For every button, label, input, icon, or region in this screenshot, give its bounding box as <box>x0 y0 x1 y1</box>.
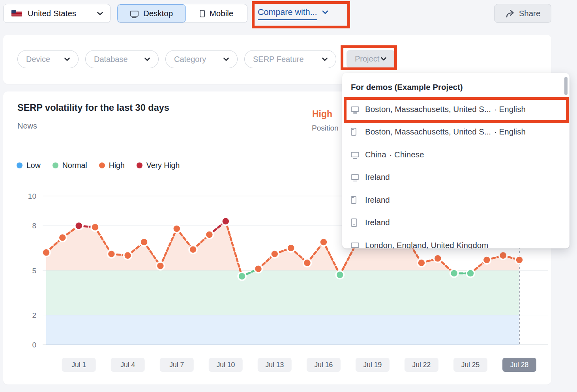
share-button[interactable]: Share <box>494 4 551 23</box>
desktop-icon <box>351 152 365 157</box>
xtick-jul-16[interactable]: Jul 16 <box>307 358 341 372</box>
data-point-jul-6[interactable] <box>156 262 164 270</box>
low-zone-band <box>46 315 519 345</box>
xtick-jul-25[interactable]: Jul 25 <box>453 358 487 372</box>
data-point-jul-26[interactable] <box>483 256 491 264</box>
xtick-jul-22[interactable]: Jul 22 <box>405 358 438 372</box>
chevron-down-icon <box>322 10 328 14</box>
y-tick-label: 2 <box>32 311 36 319</box>
project-group-header: For demos (Example Project) <box>342 73 570 98</box>
data-point-jul-4[interactable] <box>124 252 132 259</box>
data-point-jul-7[interactable] <box>173 225 181 233</box>
xtick-jul-10[interactable]: Jul 10 <box>209 358 243 372</box>
data-point-jul-2[interactable] <box>91 223 99 231</box>
project-option-name: Boston, Massachusetts, United S... <box>365 127 491 136</box>
svg-text:Jul 19: Jul 19 <box>363 361 382 369</box>
project-option-list: Boston, Massachusetts, United S...· Engl… <box>342 98 570 248</box>
xtick-jul-19[interactable]: Jul 19 <box>356 358 390 372</box>
project-option-language: · English <box>494 127 526 136</box>
xtick-jul-7[interactable]: Jul 7 <box>160 358 194 372</box>
svg-text:Jul 1: Jul 1 <box>71 361 86 369</box>
data-point-jul-13[interactable] <box>271 250 279 258</box>
svg-text:Jul 13: Jul 13 <box>265 361 284 369</box>
project-option[interactable]: Boston, Massachusetts, United S...· Engl… <box>342 98 570 121</box>
data-point-jul-3[interactable] <box>107 250 115 258</box>
project-option-name: London, England, United Kingdom <box>365 241 488 248</box>
project-option[interactable]: Boston, Massachusetts, United S...· Engl… <box>342 121 570 144</box>
data-point-jun-29[interactable] <box>42 248 50 256</box>
database-filter[interactable]: Database <box>85 50 159 68</box>
data-point-jul-22[interactable] <box>418 259 425 267</box>
project-option-name: Ireland <box>365 172 390 182</box>
xtick-jul-13[interactable]: Jul 13 <box>258 358 292 372</box>
tablet-icon <box>351 218 365 227</box>
desktop-icon <box>351 243 365 248</box>
svg-text:Jul 7: Jul 7 <box>169 361 184 369</box>
data-point-jul-10[interactable] <box>222 217 230 225</box>
project-option-name: Ireland <box>365 195 390 205</box>
share-label: Share <box>519 9 541 18</box>
chevron-down-icon <box>381 57 386 61</box>
xtick-jul-1[interactable]: Jul 1 <box>62 358 96 372</box>
category-filter[interactable]: Category <box>165 50 238 68</box>
device-filter-label: Device <box>26 55 50 64</box>
chevron-down-icon <box>97 12 103 15</box>
data-point-jul-27[interactable] <box>499 252 507 259</box>
chevron-down-icon <box>322 58 328 61</box>
country-label: United States <box>28 9 92 18</box>
desktop-toggle-label: Desktop <box>143 9 173 18</box>
data-point-jul-5[interactable] <box>140 238 148 246</box>
data-point-jul-24[interactable] <box>450 269 458 277</box>
mobile-toggle[interactable]: Mobile <box>186 4 247 22</box>
compare-with-link[interactable]: Compare with... <box>258 7 328 20</box>
serp-sensor-page: United States Desktop Mobile Compare wit… <box>0 0 577 392</box>
svg-text:Jul 25: Jul 25 <box>461 361 480 369</box>
data-point-jul-11[interactable] <box>238 273 246 280</box>
project-option[interactable]: China· Chinese <box>342 143 570 166</box>
svg-text:Jul 4: Jul 4 <box>120 361 135 369</box>
chevron-down-icon <box>144 58 150 61</box>
project-option[interactable]: Ireland <box>342 211 570 234</box>
desktop-icon <box>130 11 139 17</box>
svg-text:Jul 16: Jul 16 <box>315 361 333 369</box>
mobile-icon <box>351 196 365 204</box>
project-option[interactable]: London, England, United Kingdom <box>342 234 570 248</box>
svg-text:Jul 22: Jul 22 <box>412 361 431 369</box>
y-tick-label: 0 <box>32 341 36 349</box>
data-point-jul-15[interactable] <box>303 259 311 267</box>
device-filter[interactable]: Device <box>17 50 79 68</box>
project-option[interactable]: Ireland <box>342 189 570 211</box>
project-option[interactable]: Ireland <box>342 166 570 189</box>
us-flag-icon <box>11 10 22 17</box>
data-point-jul-16[interactable] <box>320 238 328 246</box>
serp-feature-filter-label: SERP Feature <box>253 55 304 64</box>
project-option-name: China <box>365 150 386 159</box>
desktop-toggle-active[interactable]: Desktop <box>117 4 186 22</box>
data-point-jun-30[interactable] <box>58 234 66 242</box>
y-tick-label: 8 <box>32 222 36 230</box>
data-point-jul-28[interactable] <box>515 256 523 264</box>
data-point-jul-1[interactable] <box>75 222 83 230</box>
serp-feature-filter[interactable]: SERP Feature <box>244 50 336 68</box>
mobile-icon <box>351 128 365 136</box>
scrollbar-thumb[interactable] <box>564 77 568 95</box>
data-point-jul-9[interactable] <box>205 231 213 239</box>
chevron-down-icon <box>64 58 70 61</box>
device-toggle: Desktop Mobile <box>117 4 247 23</box>
data-point-jul-17[interactable] <box>336 271 344 279</box>
project-filter-label: Project <box>355 54 379 63</box>
project-option-name: Ireland <box>365 218 390 227</box>
data-point-jul-25[interactable] <box>466 269 474 277</box>
data-point-jul-14[interactable] <box>287 244 295 252</box>
project-dropdown: For demos (Example Project) Boston, Mass… <box>342 73 570 248</box>
project-option-name: Boston, Massachusetts, United S... <box>365 105 491 114</box>
y-tick-label: 10 <box>28 192 36 200</box>
xtick-jul-28[interactable]: Jul 28 <box>502 358 536 372</box>
data-point-jul-23[interactable] <box>434 254 442 262</box>
data-point-jul-12[interactable] <box>255 265 262 273</box>
data-point-jul-8[interactable] <box>189 246 197 254</box>
compare-with-label: Compare with... <box>258 7 317 20</box>
xtick-jul-4[interactable]: Jul 4 <box>111 358 145 372</box>
project-filter[interactable]: Project <box>347 50 395 68</box>
country-selector[interactable]: United States <box>3 4 111 23</box>
